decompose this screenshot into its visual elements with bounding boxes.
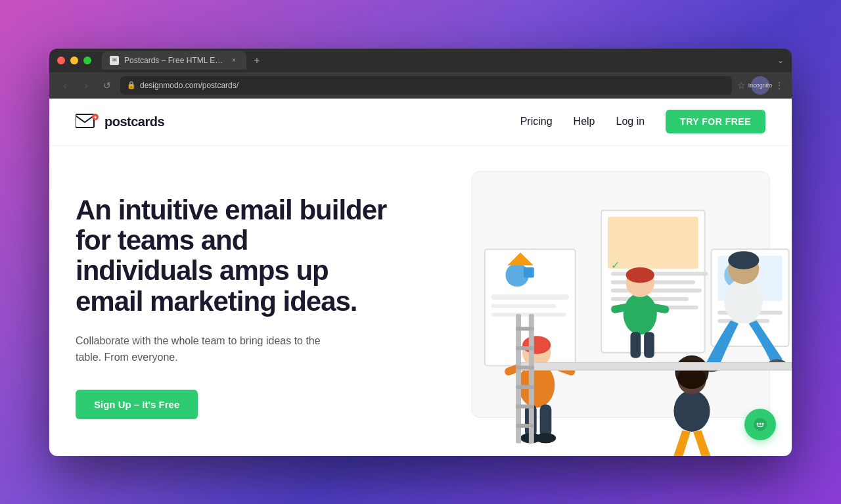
svg-rect-59 xyxy=(516,365,534,369)
svg-rect-8 xyxy=(491,312,566,316)
nav-links: Pricing Help Log in TRY FOR FREE xyxy=(520,110,765,133)
svg-rect-55 xyxy=(516,313,521,443)
tab-close-icon[interactable]: × xyxy=(229,56,239,65)
refresh-button[interactable]: ↺ xyxy=(99,78,115,93)
svg-text:✓: ✓ xyxy=(611,259,620,270)
svg-rect-60 xyxy=(516,385,534,389)
url-text: designmodo.com/postcards/ xyxy=(140,81,239,90)
svg-rect-62 xyxy=(516,424,534,428)
back-button[interactable]: ‹ xyxy=(57,78,73,93)
svg-rect-61 xyxy=(516,404,534,408)
traffic-lights xyxy=(57,57,91,64)
hero-section: An intuitive email builder for teams and… xyxy=(49,146,792,456)
svg-point-35 xyxy=(626,267,654,283)
svg-rect-54 xyxy=(517,362,792,370)
svg-rect-7 xyxy=(491,304,556,308)
svg-point-42 xyxy=(728,251,759,269)
hero-subtitle: Collaborate with the whole team to bring… xyxy=(76,332,325,366)
bookmark-icon[interactable]: ☆ xyxy=(737,80,746,91)
forward-button[interactable]: › xyxy=(78,78,94,93)
svg-rect-15 xyxy=(611,288,702,292)
tab-bar: ✉ Postcards – Free HTML Email × + ⌄ xyxy=(102,51,784,70)
svg-rect-58 xyxy=(516,346,534,350)
new-tab-button[interactable]: + xyxy=(249,53,265,68)
svg-rect-30 xyxy=(540,404,552,436)
nav-help[interactable]: Help xyxy=(574,116,595,127)
svg-rect-6 xyxy=(491,294,569,300)
lock-icon: 🔒 xyxy=(127,81,136,89)
svg-point-66 xyxy=(762,423,764,424)
address-bar: ‹ › ↺ 🔒 designmodo.com/postcards/ ☆ Inco… xyxy=(49,72,792,99)
svg-rect-13 xyxy=(611,271,708,275)
svg-rect-12 xyxy=(608,217,698,269)
svg-point-47 xyxy=(675,355,708,388)
profile-label: Incognito xyxy=(748,82,773,89)
chat-icon xyxy=(752,417,768,432)
website-content: ♥ postcards Pricing Help Log in TRY FOR … xyxy=(49,99,792,456)
tab-favicon: ✉ xyxy=(110,56,119,65)
logo-text: postcards xyxy=(104,114,164,129)
svg-rect-57 xyxy=(516,327,534,331)
maximize-button[interactable] xyxy=(83,57,91,64)
svg-point-33 xyxy=(624,293,657,334)
nav-pricing[interactable]: Pricing xyxy=(520,116,553,127)
svg-point-32 xyxy=(535,432,557,443)
active-tab[interactable]: ✉ Postcards – Free HTML Email × xyxy=(102,51,246,70)
logo-icon: ♥ xyxy=(76,113,99,130)
svg-point-40 xyxy=(724,278,763,323)
svg-point-26 xyxy=(522,336,551,354)
chat-button[interactable] xyxy=(744,409,776,440)
svg-point-45 xyxy=(673,390,710,431)
site-nav: ♥ postcards Pricing Help Log in TRY FOR … xyxy=(49,99,792,146)
svg-rect-0 xyxy=(76,114,94,127)
nav-try-free-button[interactable]: TRY FOR FREE xyxy=(666,110,765,133)
svg-text:♥: ♥ xyxy=(94,115,97,120)
hero-content: An intuitive email builder for teams and… xyxy=(76,195,391,419)
profile-button[interactable]: Incognito xyxy=(751,76,769,95)
hero-signup-button[interactable]: Sign Up – It's Free xyxy=(76,390,198,419)
tab-title: Postcards – Free HTML Email xyxy=(124,56,224,65)
hero-title: An intuitive email builder for teams and… xyxy=(76,195,391,317)
svg-point-65 xyxy=(760,423,761,424)
browser-window: ✉ Postcards – Free HTML Email × + ⌄ ‹ › … xyxy=(49,49,792,456)
url-bar[interactable]: 🔒 designmodo.com/postcards/ xyxy=(120,76,732,95)
minimize-button[interactable] xyxy=(70,57,78,64)
nav-login[interactable]: Log in xyxy=(616,116,645,127)
svg-rect-38 xyxy=(630,332,641,357)
title-bar: ✉ Postcards – Free HTML Email × + ⌄ xyxy=(49,49,792,72)
site-logo[interactable]: ♥ postcards xyxy=(76,113,164,130)
svg-rect-10 xyxy=(524,267,534,277)
svg-point-64 xyxy=(757,423,759,424)
svg-rect-56 xyxy=(529,313,534,443)
browser-menu-icon[interactable]: ⋮ xyxy=(775,80,784,91)
svg-rect-39 xyxy=(644,332,654,357)
team-illustration: ✓ xyxy=(411,146,792,456)
close-button[interactable] xyxy=(57,57,65,64)
hero-illustration: ✓ xyxy=(411,146,792,456)
tab-chevron-icon[interactable]: ⌄ xyxy=(777,56,784,65)
